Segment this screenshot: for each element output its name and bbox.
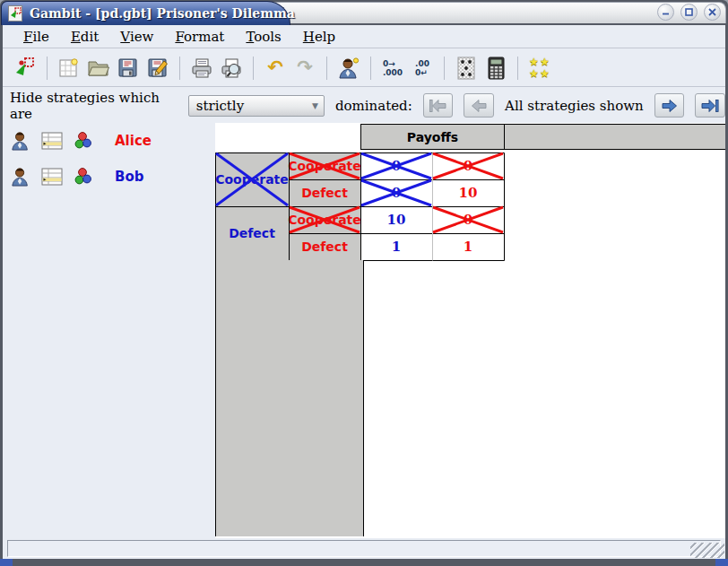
dominance-previous-level-button[interactable] — [464, 93, 494, 118]
toolbar-separator — [517, 57, 518, 80]
maximize-icon — [684, 7, 694, 17]
dominance-last-level-button[interactable] — [695, 93, 725, 118]
app-icon — [8, 5, 22, 22]
payoff-cell-blue[interactable]: 1 — [360, 233, 432, 260]
payoffs-header: Payoffs — [360, 124, 505, 150]
arrow-right-icon — [661, 99, 679, 113]
menu-tools[interactable]: Tools — [236, 27, 290, 47]
chevron-down-icon: ▼ — [312, 101, 318, 110]
row-strategy-defect[interactable]: Defect — [215, 206, 289, 260]
player-icon[interactable] — [11, 130, 30, 152]
window-corner-accent — [0, 559, 13, 566]
probabilities-icon — [456, 57, 476, 80]
redo-button[interactable]: ↷ — [291, 55, 318, 82]
row-strategy-cooperate[interactable]: Cooperate — [215, 152, 289, 206]
dominated-label: dominated: — [335, 98, 412, 114]
player-row-bob: Bob — [11, 166, 143, 187]
app-client-area: File Edit View Format Tools Help — [3, 25, 725, 559]
resize-grip[interactable] — [690, 543, 724, 558]
maximize-button[interactable] — [680, 4, 698, 21]
payoff-cell-blue[interactable]: 0 — [360, 179, 432, 206]
menu-view[interactable]: View — [110, 27, 163, 47]
dominance-mode-dropdown[interactable]: strictly ▼ — [188, 95, 325, 117]
payoff-cell-red[interactable]: 10 — [432, 179, 504, 206]
toolbar-separator — [326, 57, 327, 80]
dropdown-value: strictly — [196, 98, 244, 114]
status-bar — [3, 538, 725, 559]
save-as-icon — [147, 57, 169, 79]
toolbar-separator — [370, 57, 371, 80]
minimize-icon — [661, 7, 671, 17]
toolbar-separator — [179, 57, 180, 80]
save-game-as-button[interactable] — [144, 55, 171, 82]
player-icon — [338, 57, 360, 80]
undo-button[interactable]: ↶ — [262, 55, 289, 82]
dominance-label: Hide strategies which are — [10, 90, 179, 122]
player-color-icon[interactable] — [74, 131, 93, 151]
payoff-cell-red[interactable]: 1 — [432, 233, 504, 260]
gambit-logo-button[interactable] — [12, 55, 39, 82]
save-game-button[interactable] — [115, 55, 142, 82]
menu-help[interactable]: Help — [293, 27, 345, 47]
row-label-column-extension — [215, 260, 364, 536]
payoff-cell-blue[interactable]: 0 — [360, 152, 432, 179]
player-icon[interactable] — [11, 166, 30, 187]
col-strategy-cooperate[interactable]: Cooperate — [289, 206, 360, 233]
dominance-status-text: All strategies shown — [505, 98, 644, 114]
close-icon — [707, 7, 717, 17]
player-name-alice[interactable]: Alice — [115, 133, 152, 149]
toolbar: ↶ ↷ 0→ .000 .00 0↵ — [3, 49, 725, 87]
menu-format[interactable]: Format — [165, 27, 234, 47]
arrow-to-start-icon — [429, 99, 447, 113]
col-strategy-defect[interactable]: Defect — [289, 179, 360, 206]
new-game-icon — [58, 57, 80, 79]
col-strategy-cooperate[interactable]: Cooperate — [289, 152, 360, 179]
save-icon — [117, 57, 139, 79]
compute-nash-button[interactable]: ★★ ★★ — [526, 55, 553, 82]
close-button[interactable] — [704, 4, 721, 21]
toolbar-separator — [47, 57, 48, 80]
decrease-decimals-button[interactable]: .00 0↵ — [409, 55, 436, 82]
strategy-sheet-icon[interactable] — [41, 131, 63, 151]
calculator-button[interactable] — [482, 55, 509, 82]
player-color-icon[interactable] — [74, 167, 93, 187]
player-row-alice: Alice — [11, 130, 152, 152]
arrow-left-icon — [470, 99, 488, 113]
arrow-to-end-icon — [701, 99, 720, 113]
dominance-next-level-button[interactable] — [654, 93, 685, 118]
window-title: Gambit - [pd.gbt] Prisoner's Dilemma — [30, 6, 295, 21]
print-preview-icon — [220, 57, 243, 79]
payoff-cell-red[interactable]: 0 — [432, 152, 504, 179]
gambit-logo-icon — [13, 57, 37, 80]
payoff-cell-blue[interactable]: 10 — [360, 206, 432, 233]
window-corner-accent — [715, 559, 728, 566]
payoff-cell-red[interactable]: 0 — [432, 206, 504, 233]
titlebar[interactable] — [260, 2, 726, 23]
menu-edit[interactable]: Edit — [61, 27, 108, 47]
strategy-sheet-icon[interactable] — [41, 167, 63, 187]
print-button[interactable] — [188, 55, 215, 82]
nash-stars-icon: ★★ ★★ — [528, 57, 551, 80]
dominance-first-level-button[interactable] — [423, 93, 454, 118]
new-game-button[interactable] — [56, 55, 82, 82]
open-folder-icon — [87, 57, 110, 79]
empty-header — [504, 124, 725, 150]
undo-icon: ↶ — [267, 58, 283, 77]
open-game-button[interactable] — [85, 55, 112, 82]
menu-file[interactable]: File — [13, 27, 59, 47]
player-name-bob[interactable]: Bob — [115, 169, 143, 185]
game-sheet-area: Alice — [3, 123, 725, 538]
menu-bar: File Edit View Format Tools Help — [3, 25, 725, 48]
calculator-icon — [485, 57, 507, 80]
edit-players-button[interactable] — [335, 55, 362, 82]
view-probabilities-button[interactable] — [453, 55, 480, 82]
minimize-button[interactable] — [657, 4, 674, 21]
print-preview-button[interactable] — [218, 55, 245, 82]
titlebar-tab[interactable]: Gambit - [pd.gbt] Prisoner's Dilemma — [1, 1, 290, 25]
increase-decimals-button[interactable]: 0→ .000 — [379, 55, 406, 82]
status-message — [7, 540, 721, 557]
toolbar-separator — [444, 57, 445, 80]
payoff-matrix: Cooperate Defect Cooperate Defect Cooper… — [215, 152, 505, 261]
toolbar-separator — [253, 57, 254, 80]
col-strategy-defect[interactable]: Defect — [289, 233, 360, 260]
